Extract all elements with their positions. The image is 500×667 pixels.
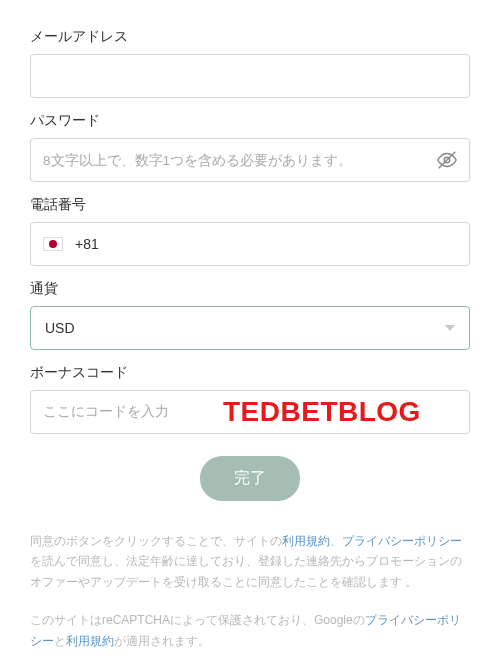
currency-value: USD <box>45 320 445 336</box>
email-label: メールアドレス <box>30 28 470 46</box>
terms-link[interactable]: 利用規約 <box>282 534 330 548</box>
bonus-placeholder: ここにコードを入力 <box>43 403 169 421</box>
dial-code: +81 <box>75 236 99 252</box>
japan-flag-icon <box>43 237 63 251</box>
chevron-down-icon <box>445 325 455 331</box>
bonus-overlay-text: TEDBETBLOG <box>223 396 421 428</box>
phone-field[interactable]: +81 <box>30 222 470 266</box>
password-label: パスワード <box>30 112 470 130</box>
privacy-link[interactable]: プライバシーポリシー <box>342 534 462 548</box>
bonus-code-field[interactable]: ここにコードを入力 TEDBETBLOG <box>30 390 470 434</box>
recaptcha-text: このサイトはreCAPTCHAによって保護されており、Googleのプライバシー… <box>30 610 470 651</box>
phone-label: 電話番号 <box>30 196 470 214</box>
toggle-password-visibility-icon[interactable] <box>436 149 458 171</box>
email-field[interactable] <box>30 54 470 98</box>
google-terms-link[interactable]: 利用規約 <box>66 634 114 648</box>
currency-label: 通貨 <box>30 280 470 298</box>
password-field[interactable] <box>30 138 470 182</box>
bonus-label: ボーナスコード <box>30 364 470 382</box>
terms-consent-text: 同意のボタンをクリックすることで、サイトの利用規約、プライバシーポリシーを読んで… <box>30 531 470 592</box>
submit-button[interactable]: 完了 <box>200 456 300 501</box>
currency-select[interactable]: USD <box>30 306 470 350</box>
